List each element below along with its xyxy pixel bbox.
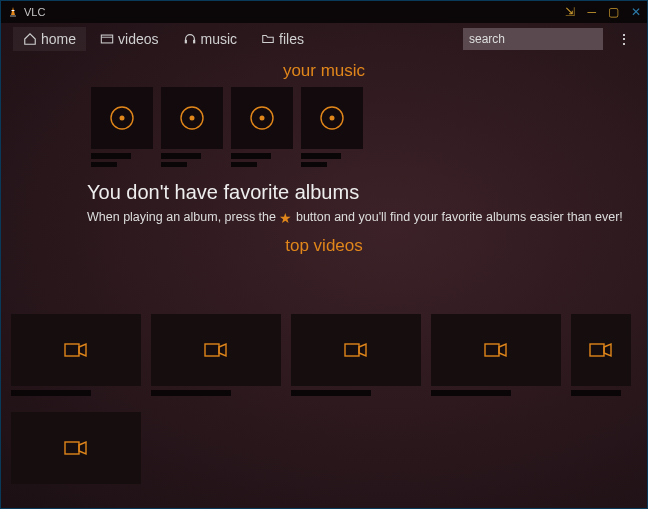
video-title — [11, 390, 91, 396]
titlebar: VLC ⇲ ─ ▢ ✕ — [1, 1, 647, 23]
videos-row — [11, 314, 637, 396]
nav-files-label: files — [279, 31, 304, 47]
albums-row — [1, 87, 647, 167]
nav-music-label: music — [201, 31, 238, 47]
video-item[interactable] — [291, 314, 421, 396]
svg-rect-17 — [485, 344, 499, 356]
svg-point-11 — [260, 116, 265, 121]
album-item[interactable] — [91, 87, 153, 167]
favorites-hint: When playing an album, press the ★ butto… — [1, 210, 647, 226]
nav-music[interactable]: music — [173, 27, 248, 51]
vlc-cone-icon — [7, 6, 19, 18]
content: your music You don't have favorite album… — [1, 55, 647, 508]
disc-icon — [177, 103, 207, 133]
nav-videos[interactable]: videos — [90, 27, 168, 51]
svg-rect-2 — [101, 35, 112, 43]
restore-down-icon[interactable]: ⇲ — [565, 5, 575, 19]
camcorder-icon — [484, 341, 508, 359]
camcorder-icon — [589, 341, 613, 359]
videos-row — [11, 412, 637, 484]
window-title: VLC — [24, 6, 45, 18]
more-vertical-icon: ⋮ — [617, 31, 631, 47]
svg-point-9 — [190, 116, 195, 121]
star-icon: ★ — [279, 210, 292, 226]
album-title — [301, 153, 341, 159]
album-item[interactable] — [161, 87, 223, 167]
nav-files[interactable]: files — [251, 27, 314, 51]
close-button[interactable]: ✕ — [631, 5, 641, 19]
nav-videos-label: videos — [118, 31, 158, 47]
album-title — [161, 153, 201, 159]
camcorder-icon — [64, 439, 88, 457]
camcorder-icon — [344, 341, 368, 359]
section-your-music: your music — [1, 61, 647, 81]
video-item[interactable] — [571, 314, 631, 396]
video-title — [571, 390, 621, 396]
disc-icon — [247, 103, 277, 133]
search-input[interactable] — [463, 28, 603, 50]
camcorder-icon — [64, 341, 88, 359]
videos-area — [1, 314, 647, 508]
home-icon — [23, 32, 37, 46]
svg-point-7 — [120, 116, 125, 121]
svg-rect-4 — [184, 40, 186, 44]
headphones-icon — [183, 32, 197, 46]
favorites-hint-after: button and you'll find your favorite alb… — [292, 210, 622, 224]
more-button[interactable]: ⋮ — [613, 31, 635, 47]
svg-rect-15 — [205, 344, 219, 356]
disc-icon — [107, 103, 137, 133]
video-icon — [100, 32, 114, 46]
video-title — [291, 390, 371, 396]
video-item[interactable] — [151, 314, 281, 396]
svg-rect-1 — [12, 10, 15, 11]
svg-rect-18 — [590, 344, 604, 356]
folder-icon — [261, 32, 275, 46]
album-artist — [231, 162, 257, 167]
album-item[interactable] — [231, 87, 293, 167]
video-item[interactable] — [11, 412, 141, 484]
album-artist — [91, 162, 117, 167]
video-title — [431, 390, 511, 396]
camcorder-icon — [204, 341, 228, 359]
disc-icon — [317, 103, 347, 133]
favorites-heading: You don't have favorite albums — [1, 181, 647, 204]
album-title — [91, 153, 131, 159]
svg-point-13 — [330, 116, 335, 121]
nav-home[interactable]: home — [13, 27, 86, 51]
video-title — [151, 390, 231, 396]
album-item[interactable] — [301, 87, 363, 167]
video-item[interactable] — [431, 314, 561, 396]
album-title — [231, 153, 271, 159]
svg-rect-5 — [193, 40, 195, 44]
navbar: home videos music files ⋮ — [1, 23, 647, 55]
minimize-button[interactable]: ─ — [587, 5, 596, 19]
svg-rect-19 — [65, 442, 79, 454]
section-top-videos: top videos — [1, 236, 647, 256]
svg-rect-14 — [65, 344, 79, 356]
favorites-hint-before: When playing an album, press the — [87, 210, 279, 224]
video-item[interactable] — [11, 314, 141, 396]
maximize-button[interactable]: ▢ — [608, 5, 619, 19]
svg-rect-16 — [345, 344, 359, 356]
nav-home-label: home — [41, 31, 76, 47]
album-artist — [301, 162, 327, 167]
svg-rect-0 — [10, 15, 16, 17]
album-artist — [161, 162, 187, 167]
